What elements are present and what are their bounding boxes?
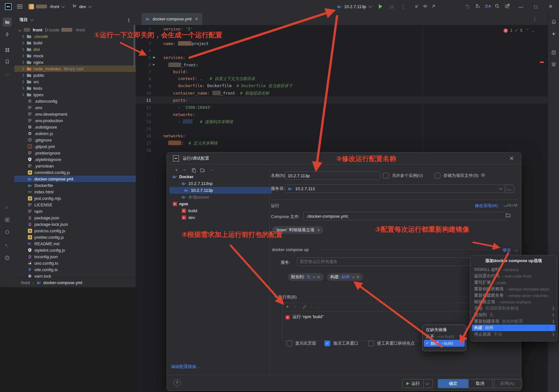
menu-item-重新创建依赖项[interactable]: 重新创建依赖项--always-recreate-deps [470, 286, 557, 292]
file-.env[interactable]: .env [14, 104, 136, 111]
next-problem-icon[interactable]: ⌃ [531, 28, 535, 33]
submenu-item-仅缺失镜像[interactable]: 仅缺失镜像 [423, 326, 466, 333]
code-line-3[interactable]: 3name: project [136, 40, 548, 47]
menu-item-重写扩展[interactable]: 重写扩展--scale [470, 279, 557, 286]
code-line-9[interactable]: 9 dockerfile: Dockerfile # Dockerfile 在当… [136, 82, 548, 89]
file-tsconfig.json[interactable]: {}tsconfig.json [14, 253, 136, 260]
edit-task-icon[interactable] [302, 305, 307, 309]
code-line-13[interactable]: 13 networks: [136, 111, 548, 118]
file-npm[interactable]: npm [14, 208, 136, 214]
close-dialog-icon[interactable]: ✕ [509, 155, 514, 162]
file-README.md[interactable]: M↓README.md [14, 240, 136, 247]
modify-options-link[interactable]: 修改选项(M) [475, 203, 498, 209]
file-package.json[interactable]: {}package.json [14, 214, 136, 221]
ai-assistant-icon[interactable] [549, 29, 558, 38]
sort-icon[interactable]: ↓az [209, 167, 214, 171]
config-build[interactable]: nbuild [167, 207, 269, 214]
file-.eslintrc.js[interactable]: .eslintrc.js [14, 130, 136, 137]
config-10.2.7.113p[interactable]: 10.2.7.113p [169, 187, 272, 194]
folder-node_modules[interactable]: node_moduleslibrary root [14, 65, 136, 72]
modify-link[interactable]: 修改 [503, 247, 511, 253]
terminal-icon[interactable]: >_ [3, 240, 12, 249]
move-down-icon[interactable]: ↓ [317, 304, 319, 308]
project-panel-title[interactable]: 项目 [19, 17, 28, 23]
code-line-16[interactable]: 16networks: [136, 132, 548, 139]
more-icon[interactable]: ⋯ [3, 70, 12, 79]
show-page-checkbox[interactable]: 显示此页面 [286, 340, 316, 346]
code-line-7[interactable]: 7 build: [136, 68, 548, 75]
remove-task-icon[interactable]: − [294, 304, 297, 309]
file-.env.development[interactable]: .env.development [14, 111, 136, 117]
code-with-me-icon[interactable] [475, 4, 481, 9]
settings-gear-icon[interactable] [504, 4, 510, 9]
file-.prettierignore[interactable]: .prettierignore [14, 150, 136, 156]
debug-button[interactable] [390, 4, 394, 9]
close-tab-icon[interactable]: ✕ [195, 17, 198, 21]
bookmarks-icon[interactable] [3, 57, 12, 66]
ok-button[interactable]: 确定 [438, 379, 469, 388]
allow-multi-checkbox[interactable]: 允许多个实例(U) [383, 173, 423, 179]
build-chip[interactable]: 构建:始终✕ [327, 273, 363, 281]
file-yarn.lock[interactable]: yyarn.lock [14, 273, 136, 278]
remove-config-icon[interactable]: − [183, 167, 186, 172]
push-icon[interactable] [431, 4, 436, 9]
browse-folder-icon[interactable] [506, 213, 511, 217]
folder-tests[interactable]: tests [14, 85, 136, 91]
store-project-file-checkbox[interactable]: 存储为项目文件(S) [435, 173, 478, 179]
inspections-widget[interactable]: ! 1 ✓ 5 ⌃ ⌃ [504, 28, 535, 33]
code-line-8[interactable]: 8 context: . # 设置上下文为当前目录 [136, 75, 548, 82]
config-本地docker[interactable]: 本地docker [167, 194, 269, 201]
undo-icon[interactable] [465, 4, 470, 9]
folder-nginx[interactable]: nginx [14, 59, 136, 65]
menu-item-停止容器[interactable]: 停止容器手动 [470, 331, 557, 338]
file-jest.config.mjs[interactable]: JSjest.config.mjs [14, 195, 136, 202]
add-task-icon[interactable]: ＋ [285, 304, 290, 310]
menu-item-SIGKILL 超时[interactable]: SIGKILL 超时--timeout [470, 266, 557, 273]
run-button[interactable] [379, 4, 382, 9]
run-split-button[interactable]: 运行 [402, 379, 433, 388]
folder-types[interactable]: types [14, 91, 136, 98]
folder-dist[interactable]: dist [14, 46, 136, 52]
main-menu-icon[interactable] [17, 5, 23, 8]
code-line-5[interactable]: 5▶▶services: [136, 54, 548, 61]
file-package-lock.json[interactable]: {}package-lock.json [14, 221, 136, 227]
close-button[interactable]: ✕ [543, 0, 558, 13]
submenu-item-从不[interactable]: 从不--no-build [423, 333, 466, 340]
menu-item-返回退出代码[interactable]: 返回退出代码--exit-code-from [470, 273, 557, 279]
code-line-17[interactable]: 17 : # 定义共享网络 [136, 139, 548, 146]
menu-item-启动[interactable]: 启动所选部署和依赖项 [470, 305, 557, 312]
config-dev[interactable]: ndev [167, 214, 269, 221]
run-gutter-icon[interactable]: ▶▶ [151, 56, 163, 59]
folder-src[interactable]: src [14, 78, 136, 85]
focus-tool-window-checkbox[interactable]: 使工具窗口获得焦点 [368, 340, 415, 346]
project-folder-icon[interactable] [3, 17, 12, 27]
file-commitlint.config.js[interactable]: JScommitlint.config.js [14, 169, 136, 176]
search-icon[interactable] [495, 4, 500, 9]
tab-docker-compose[interactable]: docker-compose.yml ✕ [142, 13, 202, 25]
cancel-button[interactable]: 取消 [466, 379, 495, 388]
more-actions-button[interactable]: ⋮ [401, 4, 406, 9]
commit-icon[interactable] [3, 30, 12, 39]
code-line-15[interactable]: 15 [136, 125, 548, 132]
panel-options-icon[interactable]: ⋮ [126, 17, 131, 23]
file-.env.production[interactable]: .env.production [14, 117, 136, 124]
move-up-icon[interactable]: ↑ [310, 304, 312, 308]
compose-file-input[interactable]: ./docker-compose.yml; [303, 212, 507, 220]
commit-icon[interactable] [423, 4, 428, 9]
file-postcss.config.js[interactable]: JSpostcss.config.js [14, 227, 136, 234]
tab-options-icon[interactable]: ⋮ [532, 16, 537, 22]
file-.gitignore[interactable]: .gitignore [14, 137, 136, 143]
menu-item-重新创建匿名卷[interactable]: 重新创建匿名卷--renew-anon-volumes [470, 292, 557, 299]
error-stripe-mark[interactable] [540, 62, 544, 63]
config-npm[interactable]: nnpm [167, 201, 269, 207]
structure-icon[interactable] [3, 45, 12, 54]
file-index.html[interactable]: <>index.html [14, 189, 136, 195]
file-LICENSE[interactable]: LICENSE [14, 202, 136, 208]
file-prettier.config.js[interactable]: JSprettier.config.js [14, 234, 136, 240]
before-launch-task[interactable]: n 运行 'npm 'build'' [285, 314, 324, 320]
maximize-button[interactable]: □ [528, 0, 543, 13]
code-line-14[interactable]: 14 - # 连接到共享网络 [136, 118, 548, 125]
attach-chip[interactable]: 附加到:无✕ [288, 273, 324, 281]
name-input[interactable]: 10.2.7.113p [285, 171, 380, 180]
server-select[interactable]: 10.2.7.113 [285, 184, 507, 193]
